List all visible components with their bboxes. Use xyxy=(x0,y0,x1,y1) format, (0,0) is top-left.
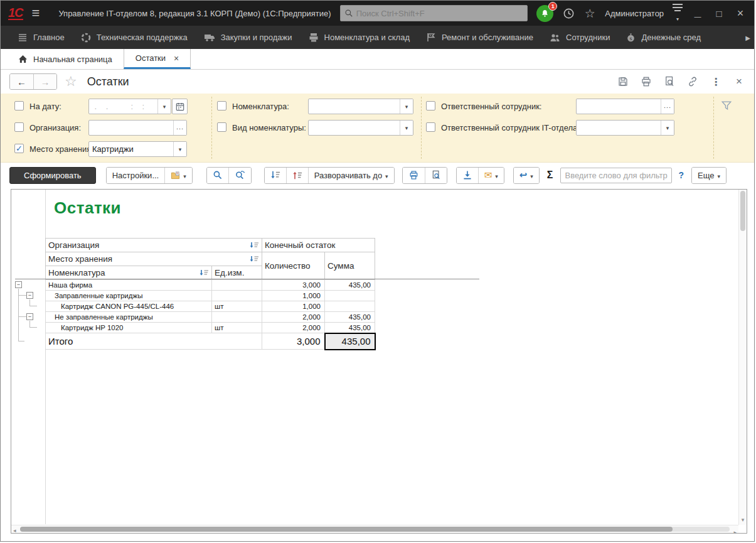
menu-item-tech-support[interactable]: Техническая поддержка xyxy=(73,26,196,49)
total-qty[interactable]: 3,000 xyxy=(262,333,325,350)
expand-all-button[interactable] xyxy=(265,168,286,183)
nomenclature-kind-input[interactable] xyxy=(309,121,400,135)
menu-item-money[interactable]: s Денежные сред xyxy=(618,26,709,49)
minimize-button[interactable] xyxy=(691,8,704,18)
save-icon[interactable] xyxy=(617,75,629,88)
save-report-button[interactable] xyxy=(457,168,478,183)
send-email-button[interactable] xyxy=(478,168,504,183)
cell-qty[interactable]: 2,000 xyxy=(262,312,325,323)
it-responsible-dropdown-icon[interactable] xyxy=(661,121,674,135)
cell-sum[interactable]: 435,00 xyxy=(325,312,375,323)
it-responsible-input[interactable] xyxy=(577,121,661,135)
user-name[interactable]: Администратор xyxy=(605,9,664,18)
settings-button[interactable]: Настройки... xyxy=(107,168,165,183)
filter-nomenclature-kind-checkbox[interactable] xyxy=(217,122,226,132)
cell-unit[interactable]: шт xyxy=(212,301,262,312)
history-icon[interactable] xyxy=(562,7,575,19)
notifications-bell-icon[interactable]: 1 xyxy=(536,5,553,22)
find-button[interactable] xyxy=(207,168,228,183)
header-sum[interactable]: Сумма xyxy=(325,252,375,280)
filter-funnel-icon[interactable] xyxy=(721,100,732,113)
tab-home[interactable]: Начальная страница xyxy=(7,49,124,69)
menu-item-purchases-sales[interactable]: Закупки и продажи xyxy=(196,26,301,49)
cell-sum[interactable] xyxy=(325,291,375,301)
header-final-balance[interactable]: Конечный остаток xyxy=(262,239,375,252)
cell-name[interactable]: Наша фирма xyxy=(46,280,212,291)
close-form-icon[interactable] xyxy=(733,75,745,88)
cell-unit[interactable] xyxy=(212,312,262,323)
group-expander[interactable] xyxy=(26,313,33,320)
menu-item-main[interactable]: Главное xyxy=(9,26,73,49)
menu-item-nomenclature-warehouse[interactable]: Номенклатура и склад xyxy=(301,26,418,49)
vertical-scrollbar[interactable] xyxy=(738,190,747,525)
expand-to-button[interactable]: Разворачивать до xyxy=(308,168,394,183)
vertical-scroll-thumb[interactable] xyxy=(740,191,745,231)
restore-values-button[interactable] xyxy=(514,168,539,183)
cell-sum[interactable] xyxy=(325,301,375,312)
organization-choose-button[interactable]: ... xyxy=(173,121,186,135)
help-button[interactable]: ? xyxy=(678,170,684,180)
cell-name[interactable]: Заправленные картриджы xyxy=(46,291,212,301)
responsible-choose-button[interactable]: ... xyxy=(661,99,674,114)
favorites-star-icon[interactable] xyxy=(583,7,596,19)
quick-filter-input[interactable] xyxy=(560,168,672,183)
scroll-left-icon[interactable] xyxy=(11,525,18,534)
header-storage[interactable]: Место хранения xyxy=(46,252,262,266)
find-next-button[interactable] xyxy=(228,168,251,183)
more-button[interactable]: Еще xyxy=(692,168,726,183)
storage-dropdown-icon[interactable] xyxy=(173,142,186,156)
total-sum-selected-cell[interactable]: 435,00 xyxy=(325,333,375,350)
more-actions-icon[interactable] xyxy=(710,75,722,88)
cell-name[interactable]: Не заправленные картриджы xyxy=(46,312,212,323)
close-window-button[interactable] xyxy=(734,7,747,20)
favorite-star-icon[interactable] xyxy=(65,73,77,90)
cell-unit[interactable]: шт xyxy=(212,323,262,333)
menu-item-repair-service[interactable]: Ремонт и обслуживание xyxy=(418,26,541,49)
nomenclature-kind-dropdown-icon[interactable] xyxy=(400,121,413,135)
get-link-icon[interactable] xyxy=(686,75,699,88)
cell-name[interactable]: Картридж CANON PG-445/CL-446 xyxy=(46,301,212,312)
scroll-down-icon[interactable] xyxy=(739,514,747,524)
date-input[interactable] xyxy=(89,99,157,114)
tab-ostatki[interactable]: Остатки xyxy=(124,49,191,69)
menu-item-employees[interactable]: Сотрудники xyxy=(541,26,618,49)
header-nomenclature[interactable]: Номенклатура xyxy=(46,266,212,280)
filter-date-checkbox[interactable] xyxy=(14,101,24,110)
cell-sum[interactable]: 435,00 xyxy=(325,323,375,333)
print-icon[interactable] xyxy=(640,75,652,88)
nomenclature-dropdown-icon[interactable] xyxy=(400,99,413,114)
global-search-input[interactable] xyxy=(356,9,524,18)
print-preview-icon[interactable] xyxy=(663,75,676,88)
header-quantity[interactable]: Количество xyxy=(262,252,325,280)
cell-unit[interactable] xyxy=(212,280,262,291)
close-tab-icon[interactable] xyxy=(171,53,179,63)
horizontal-scroll-thumb[interactable] xyxy=(20,527,673,532)
nomenclature-input[interactable] xyxy=(309,99,400,114)
header-organization[interactable]: Организация xyxy=(46,239,262,252)
filter-it-responsible-checkbox[interactable] xyxy=(426,122,435,132)
cell-qty[interactable]: 3,000 xyxy=(262,280,325,291)
organization-input[interactable] xyxy=(89,121,173,135)
horizontal-scrollbar[interactable] xyxy=(11,525,738,533)
report-variants-button[interactable] xyxy=(164,168,192,183)
filter-storage-checkbox[interactable] xyxy=(14,144,24,153)
cell-qty[interactable]: 1,000 xyxy=(262,301,325,312)
service-settings-icon[interactable] xyxy=(673,4,683,23)
print-report-button[interactable] xyxy=(403,168,425,183)
cell-sum[interactable]: 435,00 xyxy=(325,280,375,291)
forward-button[interactable] xyxy=(33,74,56,89)
calendar-button[interactable] xyxy=(172,99,188,114)
responsible-input[interactable] xyxy=(577,99,661,114)
main-menu-icon[interactable] xyxy=(32,5,40,21)
collapse-all-button[interactable] xyxy=(286,168,308,183)
total-label[interactable]: Итого xyxy=(46,333,262,350)
back-button[interactable] xyxy=(10,74,33,89)
cell-qty[interactable]: 1,000 xyxy=(262,291,325,301)
menu-overflow-arrow-icon[interactable] xyxy=(745,33,750,42)
cell-qty[interactable]: 2,000 xyxy=(262,323,325,333)
filter-organization-checkbox[interactable] xyxy=(14,122,24,132)
autosum-button[interactable]: Σ xyxy=(547,169,553,181)
maximize-button[interactable] xyxy=(713,8,725,19)
cell-name[interactable]: Картридж HP 1020 xyxy=(46,323,212,333)
group-expander[interactable] xyxy=(15,281,22,288)
